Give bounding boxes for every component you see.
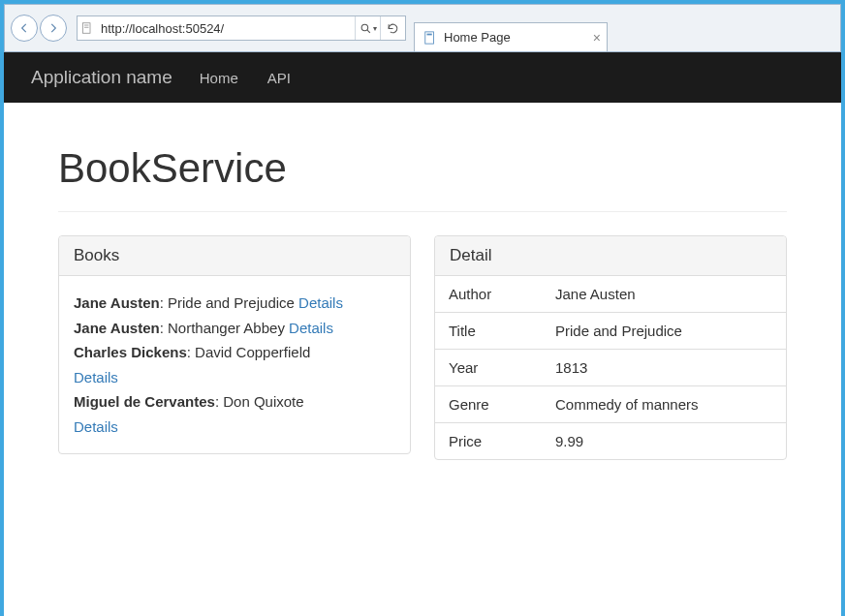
svg-point-3 [361, 24, 368, 31]
book-author: Jane Austen [74, 294, 160, 311]
book-title: Don Quixote [223, 393, 303, 410]
details-link[interactable]: Details [298, 294, 343, 311]
table-row: Author Jane Austen [435, 276, 786, 313]
back-button[interactable] [11, 15, 38, 42]
book-title: Pride and Prejudice [168, 294, 295, 311]
book-author: Miguel de Cervantes [74, 393, 215, 410]
url-input[interactable] [97, 21, 355, 36]
books-column: Books Jane Austen: Pride and Prejudice D… [58, 235, 411, 460]
detail-value: Commedy of manners [542, 386, 786, 423]
books-list: Jane Austen: Pride and Prejudice Details… [59, 276, 410, 453]
details-link[interactable]: Details [74, 418, 118, 435]
book-author: Charles Dickens [74, 344, 187, 360]
details-link[interactable]: Details [74, 369, 118, 385]
svg-line-4 [367, 30, 370, 33]
details-link[interactable]: Details [289, 320, 333, 336]
nav-link-api[interactable]: API [267, 70, 291, 86]
tab-favicon-icon [422, 30, 438, 46]
detail-label: Genre [435, 386, 542, 423]
content-row: Books Jane Austen: Pride and Prejudice D… [58, 235, 787, 460]
book-title: Northanger Abbey [168, 320, 285, 336]
detail-value: 1813 [542, 350, 786, 386]
detail-value: 9.99 [542, 423, 786, 460]
tab-close-icon[interactable]: × [593, 30, 601, 46]
tab-strip: Home Page × [414, 5, 608, 51]
table-row: Title Pride and Prejudice [435, 313, 786, 350]
brand-link[interactable]: Application name [31, 67, 172, 88]
detail-column: Detail Author Jane Austen Title Pride an… [434, 235, 787, 460]
detail-value: Jane Austen [542, 276, 786, 313]
book-title: David Copperfield [195, 344, 310, 360]
detail-label: Title [435, 313, 542, 350]
page-icon [78, 22, 97, 34]
detail-panel-heading: Detail [435, 236, 786, 276]
table-row: Year 1813 [435, 350, 786, 386]
forward-button[interactable] [40, 15, 67, 42]
main-container: BookService Books Jane Austen: Pride and… [4, 103, 841, 479]
page-viewport: Application name Home API BookService Bo… [4, 52, 841, 616]
list-item: Jane Austen: Pride and Prejudice Details [74, 291, 395, 316]
browser-toolbar: ▾ Home Page × [4, 4, 841, 52]
list-item: Miguel de Cervantes: Don Quixote Details [74, 389, 395, 439]
browser-tab[interactable]: Home Page × [414, 22, 608, 51]
tab-title: Home Page [444, 30, 511, 45]
svg-rect-0 [83, 23, 91, 34]
divider [58, 211, 787, 212]
detail-label: Author [435, 276, 542, 313]
detail-table: Author Jane Austen Title Pride and Preju… [435, 276, 786, 459]
table-row: Genre Commedy of manners [435, 386, 786, 423]
detail-value: Pride and Prejudice [542, 313, 786, 350]
table-row: Price 9.99 [435, 423, 786, 460]
page-title: BookService [58, 145, 787, 192]
book-author: Jane Austen [74, 320, 160, 336]
search-dropdown-icon[interactable]: ▾ [355, 16, 380, 40]
svg-rect-6 [427, 33, 432, 35]
books-panel-heading: Books [59, 236, 410, 276]
list-item: Jane Austen: Northanger Abbey Details [74, 316, 395, 341]
address-bar: ▾ [77, 15, 406, 41]
refresh-button[interactable] [380, 16, 405, 40]
nav-link-home[interactable]: Home [200, 70, 238, 86]
detail-label: Year [435, 350, 542, 386]
detail-panel: Detail Author Jane Austen Title Pride an… [434, 235, 787, 460]
books-panel: Books Jane Austen: Pride and Prejudice D… [58, 235, 411, 454]
list-item: Charles Dickens: David Copperfield Detai… [74, 340, 395, 389]
app-navbar: Application name Home API [4, 52, 841, 103]
detail-label: Price [435, 423, 542, 460]
